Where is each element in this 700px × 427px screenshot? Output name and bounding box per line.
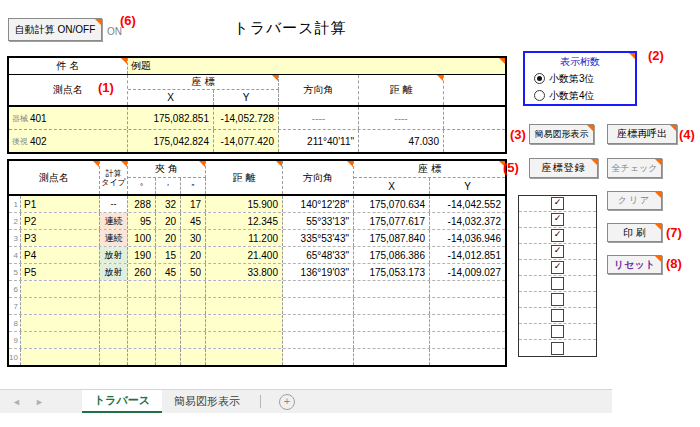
cell-angle-sec[interactable]	[181, 332, 206, 348]
row-checkbox[interactable]	[551, 325, 564, 338]
row-checkbox[interactable]: ✓	[551, 229, 564, 242]
reset-button[interactable]: リセット	[607, 255, 662, 274]
cell-angle-deg[interactable]: 288	[128, 196, 156, 212]
cell-angle-deg[interactable]: 95	[128, 213, 156, 229]
cell-point-name[interactable]	[21, 281, 100, 297]
cell-angle-deg[interactable]	[128, 332, 156, 348]
cell-distance[interactable]	[206, 281, 283, 297]
cell-point-name[interactable]	[21, 315, 100, 331]
print-button[interactable]: 印 刷	[607, 223, 662, 242]
cell-angle-deg[interactable]: 260	[128, 264, 156, 280]
cell-angle-min[interactable]	[156, 281, 181, 297]
row-checkbox[interactable]: ✓	[551, 261, 564, 274]
row-checkbox[interactable]: ✓	[551, 213, 564, 226]
cell-point-name[interactable]: P5	[21, 264, 100, 280]
row-checkbox[interactable]	[551, 277, 564, 290]
tab-nav-right-icon[interactable]: ►	[35, 397, 44, 407]
cell-y[interactable]: -14,052.728	[214, 107, 279, 129]
cell-y	[430, 298, 505, 314]
coord-register-button[interactable]: 座標登録	[529, 158, 598, 178]
radio-option[interactable]: 小数第3位	[534, 71, 635, 86]
cell-angle-min[interactable]: 15	[156, 247, 181, 263]
auto-calc-toggle-button[interactable]: 自動計算 ON/OFF	[8, 18, 102, 41]
cell-angle-min[interactable]: 20	[156, 230, 181, 246]
cell-angle-sec[interactable]	[181, 349, 206, 365]
traverse-table-body: 1P1--288321715.900140°12'28"175,070.634-…	[9, 196, 505, 365]
cell-point-name[interactable]: P4	[21, 247, 100, 263]
cell-angle-sec[interactable]	[181, 298, 206, 314]
cell-point-name[interactable]: P1	[21, 196, 100, 212]
cell-x[interactable]: 175,082.851	[128, 107, 214, 129]
subject-value-cell[interactable]: 例題	[128, 58, 505, 74]
control-table-body: 器械401175,082.851-14,052.728--------後視402…	[9, 107, 505, 152]
cell-point-name[interactable]	[21, 349, 100, 365]
cell-distance[interactable]	[206, 349, 283, 365]
cell-angle-sec[interactable]: 30	[181, 230, 206, 246]
cell-distance[interactable]: 15.900	[206, 196, 283, 212]
row-checkbox[interactable]	[551, 309, 564, 322]
clear-button[interactable]: クリア	[607, 191, 662, 210]
row-checkbox[interactable]	[551, 342, 564, 355]
cell-angle-min[interactable]	[156, 298, 181, 314]
cell-x[interactable]: 175,042.824	[128, 130, 214, 152]
cell-distance[interactable]	[206, 298, 283, 314]
cell-calc-type[interactable]	[100, 281, 128, 297]
cell-angle-sec[interactable]: 17	[181, 196, 206, 212]
cell-angle-sec[interactable]: 20	[181, 247, 206, 263]
cell-angle-deg[interactable]	[128, 281, 156, 297]
cell-point-name[interactable]: P3	[21, 230, 100, 246]
check-all-button[interactable]: 全チェック	[607, 158, 662, 178]
cell-y	[430, 281, 505, 297]
cell-distance[interactable]: 11.200	[206, 230, 283, 246]
coord-recall-button[interactable]: 座標再呼出	[607, 124, 677, 144]
row-checkbox[interactable]: ✓	[551, 245, 564, 258]
cell-angle-min[interactable]	[156, 332, 181, 348]
control-table-header: 測点名 座 標 X Y 方向角 距 離	[9, 75, 505, 107]
cell-distance[interactable]	[206, 332, 283, 348]
cell-angle-min[interactable]	[156, 349, 181, 365]
cell-y[interactable]: -14,077.420	[214, 130, 279, 152]
column-header-azimuth: 方向角	[283, 161, 354, 194]
cell-point-name[interactable]: P2	[21, 213, 100, 229]
cell-x: 175,070.634	[354, 196, 430, 212]
cell-angle-sec[interactable]: 45	[181, 213, 206, 229]
cell-angle-min[interactable]	[156, 315, 181, 331]
sheet-tab[interactable]: トラバース	[82, 390, 162, 413]
cell-angle-sec[interactable]	[181, 315, 206, 331]
cell-angle-deg[interactable]	[128, 315, 156, 331]
table1-row: 器械401175,082.851-14,052.728--------	[9, 107, 505, 130]
tab-nav-left-icon[interactable]: ◄	[12, 397, 21, 407]
cell-angle-min[interactable]: 45	[156, 264, 181, 280]
row-checkbox[interactable]: ✓	[551, 197, 564, 210]
cell-calc-type[interactable]: 連続	[100, 213, 128, 229]
cell-distance[interactable]: 33.800	[206, 264, 283, 280]
cell-point-name[interactable]: 器械401	[9, 107, 128, 129]
cell-calc-type[interactable]: 放射	[100, 247, 128, 263]
cell-point-name[interactable]	[21, 298, 100, 314]
cell-distance[interactable]: 21.400	[206, 247, 283, 263]
radio-option[interactable]: 小数第4位	[534, 88, 635, 103]
cell-angle-deg[interactable]	[128, 349, 156, 365]
cell-point-name[interactable]: 後視402	[9, 130, 128, 152]
cell-point-name[interactable]	[21, 332, 100, 348]
cell-angle-min[interactable]: 32	[156, 196, 181, 212]
cell-calc-type[interactable]	[100, 315, 128, 331]
cell-calc-type[interactable]	[100, 298, 128, 314]
row-checkbox[interactable]	[551, 293, 564, 306]
cell-angle-sec[interactable]: 50	[181, 264, 206, 280]
cell-calc-type[interactable]: 放射	[100, 264, 128, 280]
cell-angle-deg[interactable]: 190	[128, 247, 156, 263]
add-sheet-button[interactable]: +	[279, 390, 295, 413]
cell-angle-deg[interactable]: 100	[128, 230, 156, 246]
cell-distance[interactable]: 12.345	[206, 213, 283, 229]
cell-angle-deg[interactable]	[128, 298, 156, 314]
cell-calc-type[interactable]: --	[100, 196, 128, 212]
sheet-tab[interactable]: 簡易図形表示	[162, 390, 252, 413]
cell-angle-min[interactable]: 20	[156, 213, 181, 229]
cell-distance[interactable]	[206, 315, 283, 331]
cell-angle-sec[interactable]	[181, 281, 206, 297]
cell-calc-type[interactable]	[100, 349, 128, 365]
cell-calc-type[interactable]	[100, 332, 128, 348]
cell-calc-type[interactable]: 連続	[100, 230, 128, 246]
simple-figure-button[interactable]: 簡易図形表示	[529, 124, 594, 144]
